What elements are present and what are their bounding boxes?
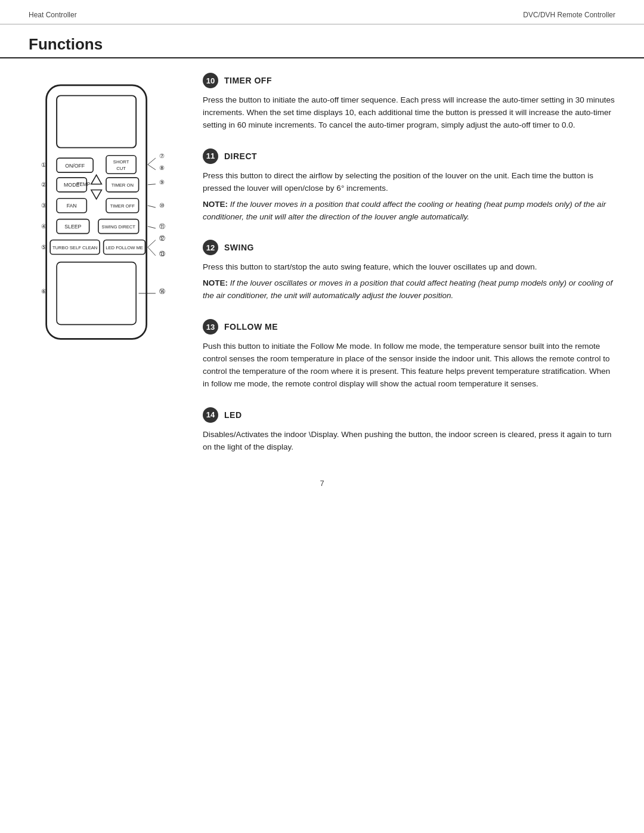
svg-text:⑫: ⑫	[159, 235, 165, 241]
func-10-title: TIMER OFF	[224, 76, 272, 85]
svg-line-42	[148, 165, 156, 170]
func-14-text: Disables/Activates the indoor \Display. …	[203, 429, 615, 454]
svg-line-43	[148, 184, 156, 185]
svg-text:TIMER OFF: TIMER OFF	[110, 203, 135, 209]
svg-rect-26	[57, 262, 136, 325]
svg-text:⑬: ⑬	[159, 250, 165, 257]
func-11-text: Press this button to direct the airflow …	[203, 170, 615, 195]
svg-text:CUT: CUT	[116, 166, 126, 171]
func-13-header: 13 FOLLOW ME	[203, 319, 615, 335]
svg-line-45	[148, 227, 156, 228]
remote-svg: ON/OFF SHORT CUT TEMP MODE TIMER ON FAN …	[35, 79, 178, 352]
svg-line-44	[148, 206, 156, 208]
svg-text:①: ①	[41, 162, 47, 168]
func-14-header: 14 LED	[203, 407, 615, 423]
func-13-badge: 13	[203, 319, 218, 335]
func-12-title: SWING	[224, 243, 254, 252]
func-13-text: Push this button to initiate the Follow …	[203, 340, 615, 391]
func-11-body: Press this button to direct the airflow …	[203, 170, 615, 227]
svg-marker-9	[91, 190, 101, 199]
svg-text:④: ④	[41, 223, 47, 230]
svg-text:②: ②	[41, 181, 47, 188]
func-12-note: NOTE: If the louver oscillates or moves …	[203, 277, 615, 302]
svg-text:ON/OFF: ON/OFF	[65, 163, 85, 169]
function-10: 10 TIMER OFF Press the button to initiat…	[203, 73, 615, 135]
svg-rect-1	[57, 95, 136, 147]
svg-line-46	[148, 240, 156, 247]
svg-line-41	[148, 158, 156, 165]
func-14-title: LED	[224, 410, 242, 420]
func-14-badge: 14	[203, 407, 218, 423]
svg-text:TURBO SELF CLEAN: TURBO SELF CLEAN	[52, 245, 97, 250]
remote-illustration: ON/OFF SHORT CUT TEMP MODE TIMER ON FAN …	[29, 73, 184, 457]
page-number: 7	[320, 479, 324, 488]
func-10-body: Press the button to initiate the auto-of…	[203, 94, 615, 135]
svg-text:⑪: ⑪	[159, 223, 165, 230]
func-11-note: NOTE: If the louver moves in a position …	[203, 199, 615, 224]
svg-text:⑧: ⑧	[159, 165, 165, 171]
function-11: 11 DIRECT Press this button to direct th…	[203, 148, 615, 227]
svg-text:SLEEP: SLEEP	[64, 224, 81, 230]
function-14: 14 LED Disables/Activates the indoor \Di…	[203, 407, 615, 457]
func-11-badge: 11	[203, 148, 218, 164]
page-title: Functions	[0, 24, 644, 58]
svg-text:⑥: ⑥	[41, 288, 47, 295]
page-footer: 7	[0, 472, 644, 498]
func-13-body: Push this button to initiate the Follow …	[203, 340, 615, 394]
func-10-text: Press the button to initiate the auto-of…	[203, 94, 615, 132]
svg-text:FAN: FAN	[67, 203, 77, 209]
function-13: 13 FOLLOW ME Push this button to initiat…	[203, 319, 615, 394]
func-14-body: Disables/Activates the indoor \Display. …	[203, 429, 615, 457]
svg-text:TIMER ON: TIMER ON	[112, 182, 134, 188]
func-12-body: Press this button to start/stop the auto…	[203, 261, 615, 306]
func-13-title: FOLLOW ME	[224, 322, 278, 332]
svg-text:LED FOLLOW ME: LED FOLLOW ME	[106, 245, 143, 250]
svg-text:⑭: ⑭	[159, 288, 165, 295]
svg-text:⑤: ⑤	[41, 244, 47, 250]
func-12-header: 12 SWING	[203, 240, 615, 255]
main-content: ON/OFF SHORT CUT TEMP MODE TIMER ON FAN …	[0, 58, 644, 472]
functions-list: 10 TIMER OFF Press the button to initiat…	[203, 73, 615, 457]
svg-marker-8	[91, 175, 101, 184]
header-right: DVC/DVH Remote Controller	[523, 11, 615, 19]
header-left: Heat Controller	[29, 11, 77, 19]
svg-rect-0	[47, 85, 147, 339]
func-12-badge: 12	[203, 240, 218, 255]
func-11-header: 11 DIRECT	[203, 148, 615, 164]
svg-text:⑩: ⑩	[159, 202, 165, 209]
svg-text:SHORT: SHORT	[113, 159, 129, 165]
func-12-text: Press this button to start/stop the auto…	[203, 261, 615, 274]
func-10-header: 10 TIMER OFF	[203, 73, 615, 88]
svg-text:SWING DIRECT: SWING DIRECT	[102, 224, 136, 230]
svg-text:⑨: ⑨	[159, 179, 165, 185]
function-12: 12 SWING Press this button to start/stop…	[203, 240, 615, 306]
func-11-title: DIRECT	[224, 151, 257, 161]
page-header: Heat Controller DVC/DVH Remote Controlle…	[0, 0, 644, 24]
svg-text:⑦: ⑦	[159, 153, 165, 159]
svg-text:MODE: MODE	[64, 182, 79, 188]
func-10-badge: 10	[203, 73, 218, 88]
svg-line-47	[148, 247, 156, 256]
svg-text:③: ③	[41, 202, 47, 209]
